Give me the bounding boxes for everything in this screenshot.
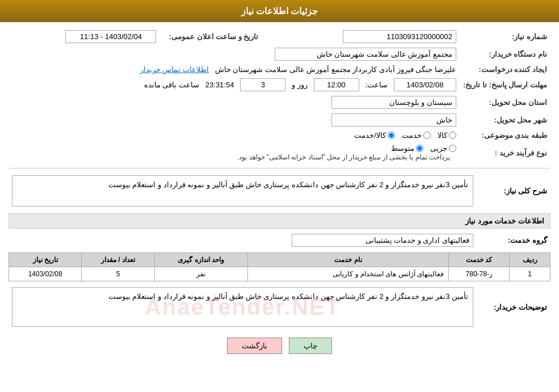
col-header-qty: تعداد / مقدار (82, 253, 154, 267)
category-radio-kala[interactable] (449, 132, 456, 139)
category-option-khedmat: خدمت (402, 131, 431, 140)
deadline-remaining-label: ساعت باقی مانده (144, 81, 199, 89)
announcement-date-value: 1403/02/04 - 11:13 (65, 30, 156, 43)
description-label: شرح کلی نیاز: (477, 184, 550, 197)
page-title: جزئیات اطلاعات نیاز (241, 6, 318, 16)
category-options: کالا خدمت کالا/خدمت (12, 131, 456, 140)
col-header-name: نام خدمت (247, 253, 448, 267)
needNumber-value: 1103093120000002 (343, 30, 456, 43)
creator-link[interactable]: اطلاعات تماس خریدار (140, 65, 209, 74)
deadline-days: 3 (240, 78, 285, 91)
buyer-desc-value: تأمین 3نفر نیرو خدمتگزار و 2 نفر کارشناس… (9, 285, 477, 329)
print-button[interactable]: چاپ (289, 338, 332, 354)
purchase-type-radio-mottavaset[interactable] (416, 145, 423, 152)
table-row: 1 ز-78-780 فعالیتهای آژانس های استخدام و… (9, 267, 550, 281)
purchase-type-label: نوع فرآیند خرید : (460, 142, 550, 163)
cell-unit: نفر (154, 267, 247, 281)
purchase-type-radio-jozi[interactable] (449, 145, 456, 152)
category-radio-kala-khedmat[interactable] (388, 132, 395, 139)
cell-name: فعالیتهای آژانس های استخدام و کاریابی (247, 267, 448, 281)
buyerName-value: مجتمع آموزش عالی سلامت شهرستان خاش (275, 48, 456, 61)
category-radio-khedmat[interactable] (423, 132, 431, 139)
purchase-type-options: جزیی متوسط (12, 144, 456, 153)
purchase-type-label-jozi: جزیی (430, 144, 447, 153)
cell-code: ز-78-780 (449, 267, 510, 281)
col-header-date: تاریخ نیاز (9, 253, 82, 267)
col-header-unit: واحد اندازه گیری (154, 253, 247, 267)
creator-value: علیرضا جنگی فیروز آبادی کاربرداز مجتمع آ… (215, 65, 456, 74)
service-group-text: فعالیتهای اداری و خدمات پشتیبانی (292, 234, 473, 247)
footer-buttons: چاپ بازگشت (9, 338, 550, 354)
buyer-desc-label: توضیحات خریدار: (477, 301, 550, 314)
purchase-type-mottavaset: متوسط (391, 144, 423, 153)
col-header-code: کد خدمت (449, 253, 510, 267)
page-header: جزئیات اطلاعات نیاز (0, 0, 559, 22)
province-label: استان محل تحویل: (460, 94, 550, 111)
category-label-kala-khedmat: کالا/خدمت (354, 131, 386, 140)
announcement-date-label: تاریخ و ساعت اعلان عمومی: (159, 28, 262, 45)
category-label: طبقه بندی موضوعی: (460, 129, 550, 142)
cell-qty: 5 (82, 267, 154, 281)
category-option-kala-khedmat: کالا/خدمت (354, 131, 395, 140)
city-label: شهر محل تحویل: (460, 111, 550, 129)
city-value: خاش (331, 113, 456, 127)
col-header-row: ردیف (510, 253, 550, 267)
service-group-row: گروه خدمت: فعالیتهای اداری و خدمات پشتیب… (9, 231, 550, 249)
needNumber-label: شماره نیاز: (460, 28, 550, 45)
services-table: ردیف کد خدمت نام خدمت واحد اندازه گیری ت… (9, 252, 550, 281)
purchase-type-label-mottavaset: متوسط (391, 144, 414, 153)
purchase-type-jozi: جزیی (430, 144, 456, 153)
deadline-remaining: 23:31:54 (205, 81, 234, 89)
buyer-desc-text: تأمین 3نفر نیرو خدمتگزار و 2 نفر کارشناس… (12, 287, 473, 327)
buyerName-label: نام دستگاه خریدار: (460, 45, 550, 63)
category-option-kala: کالا (438, 131, 456, 140)
deadline-day-label: روز و (292, 81, 308, 89)
service-group-label: گروه خدمت: (477, 234, 550, 247)
services-section-title: اطلاعات خدمات مورد نیاز (9, 213, 550, 229)
buyer-desc-content: تأمین 3نفر نیرو خدمتگزار و 2 نفر کارشناس… (108, 292, 468, 301)
deadline-date: 1403/02/08 (394, 78, 456, 91)
purchase-type-note: پرداخت تمام یا بخشی از مبلغ خریدار از مح… (237, 153, 450, 161)
service-group-value: فعالیتهای اداری و خدمات پشتیبانی (9, 231, 477, 249)
deadline-time-label: ساعت: (365, 81, 388, 89)
creator-label: ایجاد کننده درخواست: (460, 63, 550, 76)
description-text: تأمین 3نفر نیرو خدمتگزار و 2 نفر کارشناس… (12, 175, 473, 206)
cell-row: 1 (510, 267, 550, 281)
deadline-time: 12:00 (314, 78, 359, 91)
cell-date: 1403/02/08 (9, 267, 82, 281)
category-label-kala: کالا (438, 131, 447, 140)
description-value: تأمین 3نفر نیرو خدمتگزار و 2 نفر کارشناس… (9, 173, 477, 209)
buyer-desc-row: توضیحات خریدار: تأمین 3نفر نیرو خدمتگزار… (9, 285, 550, 329)
category-label-khedmat: خدمت (402, 131, 422, 140)
description-row: شرح کلی نیاز: تأمین 3نفر نیرو خدمتگزار و… (9, 173, 550, 209)
deadline-label: مهلت ارسال پاسخ: تا تاریخ: (460, 76, 550, 94)
back-button[interactable]: بازگشت (227, 338, 282, 354)
province-value: سیستان و بلوچستان (331, 96, 456, 109)
